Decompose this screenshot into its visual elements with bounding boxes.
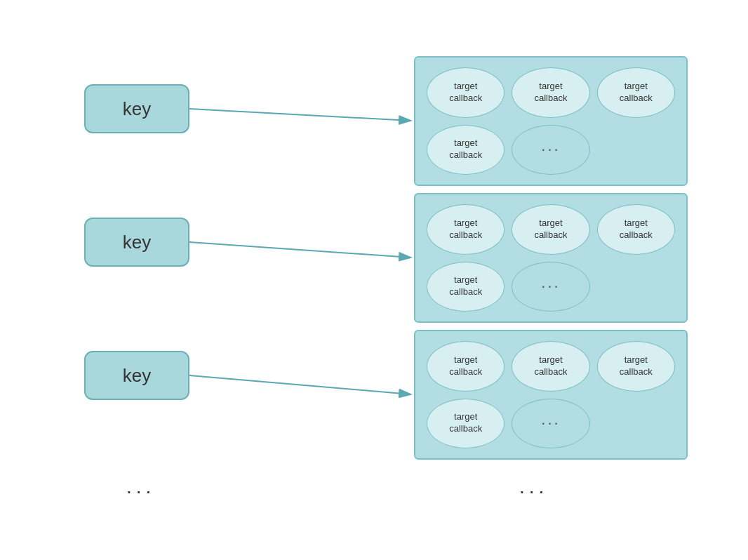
callbacks-grid-2: targetcallback targetcallback targetcall… (415, 194, 686, 321)
callback-3-1: targetcallback (427, 341, 505, 392)
callback-2-3: targetcallback (597, 204, 675, 255)
key-label-1: key (123, 98, 151, 120)
callback-2-dots: ··· (512, 262, 589, 312)
right-panel-3: targetcallback targetcallback targetcall… (414, 330, 688, 460)
key-label-3: key (123, 365, 151, 387)
diagram-container: key key key targetcallback targetcallbac… (42, 28, 716, 519)
right-panel-1: targetcallback targetcallback targetcall… (414, 56, 688, 186)
key-box-2: key (84, 218, 189, 267)
key-label-2: key (123, 232, 151, 253)
bottom-dots-right: ... (519, 476, 548, 498)
key-box-1: key (84, 84, 189, 133)
arrow-3 (189, 375, 411, 394)
callbacks-grid-1: targetcallback targetcallback targetcall… (415, 58, 686, 185)
arrow-2 (189, 242, 411, 258)
callback-2-1: targetcallback (427, 204, 505, 255)
callback-2-4: targetcallback (427, 262, 505, 312)
arrow-1 (189, 109, 411, 121)
callback-3-3: targetcallback (597, 341, 675, 392)
callback-1-4: targetcallback (427, 125, 505, 175)
callback-3-4: targetcallback (427, 399, 505, 449)
callback-2-2: targetcallback (512, 204, 589, 255)
callback-3-dots: ··· (512, 399, 589, 449)
right-panel-2: targetcallback targetcallback targetcall… (414, 193, 688, 323)
callbacks-grid-3: targetcallback targetcallback targetcall… (415, 331, 686, 458)
key-box-3: key (84, 351, 189, 400)
callback-1-1: targetcallback (427, 67, 505, 118)
callback-1-3: targetcallback (597, 67, 675, 118)
callback-3-2: targetcallback (512, 341, 589, 392)
callback-1-dots: ··· (512, 125, 589, 175)
callback-1-2: targetcallback (512, 67, 589, 118)
bottom-dots-left: ... (126, 476, 155, 498)
